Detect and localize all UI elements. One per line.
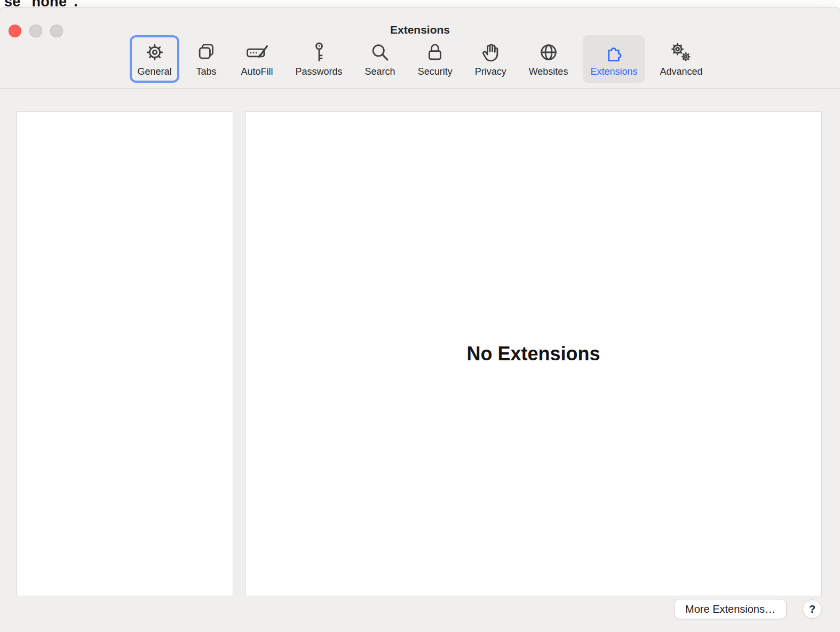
tab-label: Tabs: [196, 66, 217, 77]
puzzle-icon: [601, 40, 626, 65]
extensions-list-panel: [17, 112, 233, 596]
autofill-icon: [245, 40, 270, 65]
close-button[interactable]: [9, 25, 21, 37]
tabs-icon: [194, 40, 219, 65]
zoom-button[interactable]: [50, 25, 63, 37]
lock-icon: [423, 40, 447, 65]
tab-label: Extensions: [590, 66, 637, 77]
tab-tabs[interactable]: Tabs: [187, 35, 226, 83]
hand-icon: [478, 40, 503, 65]
tab-label: Websites: [529, 66, 568, 77]
tab-label: Privacy: [475, 66, 506, 77]
tab-passwords[interactable]: Passwords: [288, 35, 350, 83]
globe-icon: [536, 40, 561, 65]
window-title: Extensions: [390, 23, 450, 36]
tab-label: Security: [418, 66, 453, 77]
gears-icon: [669, 40, 693, 65]
tab-security[interactable]: Security: [410, 35, 460, 83]
tab-autofill[interactable]: AutoFill: [234, 35, 281, 83]
tab-privacy[interactable]: Privacy: [467, 35, 514, 83]
more-extensions-button[interactable]: More Extensions…: [674, 599, 787, 619]
empty-state-title: No Extensions: [466, 343, 600, 365]
gear-icon: [142, 40, 167, 65]
search-icon: [368, 40, 392, 65]
titlebar: Extensions: [0, 7, 840, 36]
extension-detail-panel: No Extensions: [245, 112, 822, 596]
tab-extensions[interactable]: Extensions: [583, 35, 645, 83]
tab-label: General: [137, 66, 171, 77]
help-button[interactable]: ?: [803, 599, 822, 619]
window-controls: [9, 25, 63, 37]
tab-label: Advanced: [660, 66, 702, 77]
key-icon: [307, 40, 331, 65]
tab-general[interactable]: General: [130, 35, 179, 83]
preferences-toolbar: General Tabs A: [0, 36, 840, 89]
minimize-button[interactable]: [29, 25, 42, 37]
tab-label: Search: [365, 66, 395, 77]
tab-label: AutoFill: [241, 66, 273, 77]
tab-search[interactable]: Search: [358, 35, 403, 83]
tab-websites[interactable]: Websites: [521, 35, 576, 83]
preferences-window: Extensions General Tabs: [0, 7, 840, 632]
tab-label: Passwords: [296, 66, 343, 77]
tab-advanced[interactable]: Advanced: [652, 35, 710, 83]
